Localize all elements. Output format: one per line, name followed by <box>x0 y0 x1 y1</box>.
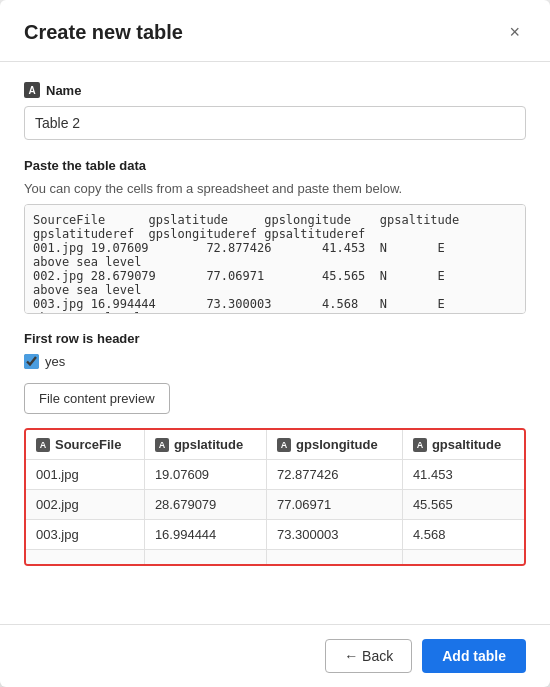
paste-label: Paste the table data <box>24 158 146 173</box>
table-cell: 002.jpg <box>26 490 144 520</box>
table-cell: 16.994444 <box>144 520 266 550</box>
modal-title: Create new table <box>24 21 183 44</box>
paste-description: You can copy the cells from a spreadshee… <box>24 181 526 196</box>
modal-body: A Name Paste the table data You can copy… <box>0 62 550 624</box>
file-content-preview-button[interactable]: File content preview <box>24 383 170 414</box>
table-cell: 001.jpg <box>26 460 144 490</box>
first-row-header-label: First row is header <box>24 331 526 346</box>
col-label-gpslongitude: gpslongitude <box>296 437 378 452</box>
checkbox-section: yes <box>24 354 526 369</box>
preview-table-container: A SourceFile A gpslatitude <box>24 428 526 566</box>
table-row: 002.jpg28.67907977.0697145.565 <box>26 490 524 520</box>
col-label-gpsaltitude: gpsaltitude <box>432 437 501 452</box>
table-row: 003.jpg16.99444473.3000034.568 <box>26 520 524 550</box>
table-cell: 72.877426 <box>267 460 403 490</box>
col-header-gpslatitude: A gpslatitude <box>144 430 266 460</box>
paste-textarea[interactable]: SourceFile gpslatitude gpslongitude gpsa… <box>24 204 526 314</box>
table-cell <box>267 550 403 565</box>
table-cell <box>144 550 266 565</box>
table-cell: 45.565 <box>402 490 524 520</box>
create-table-modal: Create new table × A Name Paste the tabl… <box>0 0 550 687</box>
col-label-gpslatitude: gpslatitude <box>174 437 243 452</box>
col-label-sourcefile: SourceFile <box>55 437 121 452</box>
table-cell <box>26 550 144 565</box>
table-cell: 19.07609 <box>144 460 266 490</box>
close-button[interactable]: × <box>503 20 526 45</box>
modal-footer: ← Back Add table <box>0 624 550 687</box>
table-cell: 4.568 <box>402 520 524 550</box>
col-icon-gpslongitude: A <box>277 438 291 452</box>
table-row <box>26 550 524 565</box>
col-icon-sourcefile: A <box>36 438 50 452</box>
table-cell: 77.06971 <box>267 490 403 520</box>
name-section-label: A Name <box>24 82 526 98</box>
table-row: 001.jpg19.0760972.87742641.453 <box>26 460 524 490</box>
back-button[interactable]: ← Back <box>325 639 412 673</box>
table-cell: 73.300003 <box>267 520 403 550</box>
table-cell: 28.679079 <box>144 490 266 520</box>
name-label: Name <box>46 83 81 98</box>
checkbox-row: yes <box>24 354 526 369</box>
first-row-label: First row is header <box>24 331 140 346</box>
table-name-input[interactable] <box>24 106 526 140</box>
table-cell: 41.453 <box>402 460 524 490</box>
paste-section-label: Paste the table data <box>24 158 526 173</box>
col-header-gpsaltitude: A gpsaltitude <box>402 430 524 460</box>
preview-table: A SourceFile A gpslatitude <box>26 430 524 564</box>
col-header-gpslongitude: A gpslongitude <box>267 430 403 460</box>
modal-header: Create new table × <box>0 0 550 62</box>
name-type-icon: A <box>24 82 40 98</box>
col-header-sourcefile: A SourceFile <box>26 430 144 460</box>
table-cell: 003.jpg <box>26 520 144 550</box>
checkbox-label[interactable]: yes <box>45 354 65 369</box>
add-table-button[interactable]: Add table <box>422 639 526 673</box>
table-cell <box>402 550 524 565</box>
col-icon-gpslatitude: A <box>155 438 169 452</box>
paste-section: Paste the table data You can copy the ce… <box>24 158 526 317</box>
col-icon-gpsaltitude: A <box>413 438 427 452</box>
first-row-checkbox[interactable] <box>24 354 39 369</box>
